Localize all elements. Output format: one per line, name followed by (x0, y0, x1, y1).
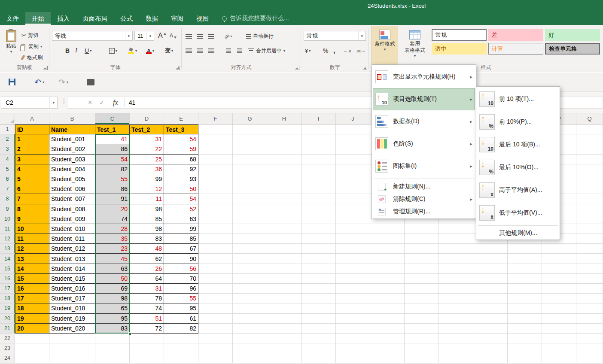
cell-C17[interactable]: 69 (95, 284, 130, 294)
cell-E5[interactable]: 92 (164, 164, 198, 174)
cell-J11[interactable] (336, 224, 370, 234)
cell-J9[interactable] (336, 204, 370, 214)
cell-A18[interactable]: 17 (15, 294, 49, 303)
cell-N15[interactable] (473, 264, 508, 274)
font-color-button[interactable]: A▾ (145, 46, 155, 56)
cell-K20[interactable] (370, 314, 405, 324)
cell-I17[interactable] (302, 284, 336, 294)
cell-F16[interactable] (198, 274, 233, 284)
cell-D19[interactable]: 74 (130, 303, 164, 313)
cell-N17[interactable] (473, 284, 508, 294)
cell-L22[interactable] (405, 334, 439, 343)
cell-Q18[interactable] (576, 294, 603, 303)
cell-B1[interactable]: Name (49, 124, 95, 134)
cell-F8[interactable] (198, 194, 233, 204)
cell-G11[interactable] (233, 224, 267, 234)
cell-K14[interactable] (370, 254, 405, 264)
cell-M24[interactable] (439, 353, 473, 363)
cell-I8[interactable] (302, 194, 336, 204)
cell-E11[interactable]: 99 (164, 224, 198, 234)
cell-J22[interactable] (336, 334, 370, 343)
cell-H2[interactable] (267, 134, 302, 144)
enter-icon[interactable]: ✓ (99, 99, 104, 106)
cell-G13[interactable] (233, 244, 267, 254)
cell-M18[interactable] (439, 294, 473, 303)
cell-B22[interactable] (49, 334, 95, 343)
menu-item-icon-sets[interactable]: 图标集(I)▸ (373, 155, 475, 177)
cell-Q14[interactable] (576, 254, 603, 264)
cell-Q20[interactable] (576, 314, 603, 324)
cell-N16[interactable] (473, 274, 508, 284)
cut-button[interactable]: ✂ 剪切 (21, 30, 39, 40)
cell-Q12[interactable] (576, 234, 603, 244)
cell-C16[interactable]: 50 (95, 274, 130, 284)
cell-D10[interactable]: 85 (130, 214, 164, 224)
cell-K24[interactable] (370, 353, 405, 363)
cell-H23[interactable] (267, 343, 302, 353)
cell-Q5[interactable] (576, 164, 603, 174)
cell-P22[interactable] (542, 334, 576, 343)
cell-C11[interactable]: 28 (95, 224, 130, 234)
cell-F10[interactable] (198, 214, 233, 224)
row-header-13[interactable]: 13 (0, 244, 15, 254)
submenu-item-above-average[interactable]: ↑x̄高于平均值(A)... (477, 179, 559, 201)
cell-N19[interactable] (473, 303, 508, 313)
underline-button[interactable]: U▾ (83, 46, 93, 56)
column-header-F[interactable]: F (198, 113, 233, 124)
row-header-8[interactable]: 8 (0, 194, 15, 204)
cell-Q10[interactable] (576, 214, 603, 224)
cell-E7[interactable]: 50 (164, 184, 198, 194)
cell-G15[interactable] (233, 264, 267, 274)
cell-C12[interactable]: 35 (95, 234, 130, 244)
cell-C9[interactable]: 20 (95, 204, 130, 214)
cell-K22[interactable] (370, 334, 405, 343)
cell-N22[interactable] (473, 334, 508, 343)
cell-H4[interactable] (267, 155, 302, 164)
cell-E18[interactable]: 55 (164, 294, 198, 303)
cell-A24[interactable] (15, 353, 49, 363)
cell-E14[interactable]: 90 (164, 254, 198, 264)
cell-G21[interactable] (233, 324, 267, 334)
row-header-14[interactable]: 14 (0, 254, 15, 264)
style-neutral[interactable]: 适中 (432, 43, 487, 55)
cell-F13[interactable] (198, 244, 233, 254)
cell-D24[interactable] (130, 353, 164, 363)
cell-I6[interactable] (302, 174, 336, 184)
cell-E9[interactable]: 52 (164, 204, 198, 214)
cell-F15[interactable] (198, 264, 233, 274)
orientation-button[interactable]: ▾ (223, 31, 233, 41)
cell-B6[interactable]: Student_005 (49, 174, 95, 184)
style-check-cell[interactable]: 检查单元格 (545, 43, 600, 55)
cell-E8[interactable]: 54 (164, 194, 198, 204)
cell-I4[interactable] (302, 155, 336, 164)
cell-L23[interactable] (405, 343, 439, 353)
cell-P20[interactable] (542, 314, 576, 324)
cell-E21[interactable]: 82 (164, 324, 198, 334)
cell-H9[interactable] (267, 204, 302, 214)
cell-H14[interactable] (267, 254, 302, 264)
cell-J1[interactable] (336, 124, 370, 134)
cell-A8[interactable]: 7 (15, 194, 49, 204)
cell-G23[interactable] (233, 343, 267, 353)
cell-H8[interactable] (267, 194, 302, 204)
cell-B8[interactable]: Student_007 (49, 194, 95, 204)
cell-J24[interactable] (336, 353, 370, 363)
cell-J19[interactable] (336, 303, 370, 313)
row-header-23[interactable]: 23 (0, 343, 15, 353)
submenu-item-top-10-items[interactable]: ↑10前 10 项(T)... (477, 88, 559, 110)
cell-J12[interactable] (336, 234, 370, 244)
cell-J5[interactable] (336, 164, 370, 174)
cell-I1[interactable] (302, 124, 336, 134)
cell-L14[interactable] (405, 254, 439, 264)
cell-P16[interactable] (542, 274, 576, 284)
redo-button[interactable]: ↷▾ (57, 76, 70, 88)
cell-G5[interactable] (233, 164, 267, 174)
cell-K12[interactable] (370, 234, 405, 244)
cell-F14[interactable] (198, 254, 233, 264)
formula-bar-resize-handle[interactable]: ⋮ (61, 98, 67, 105)
cell-C8[interactable]: 91 (95, 194, 130, 204)
cell-P15[interactable] (542, 264, 576, 274)
cell-F17[interactable] (198, 284, 233, 294)
column-header-A[interactable]: A (15, 113, 49, 124)
save-button[interactable] (7, 76, 17, 88)
